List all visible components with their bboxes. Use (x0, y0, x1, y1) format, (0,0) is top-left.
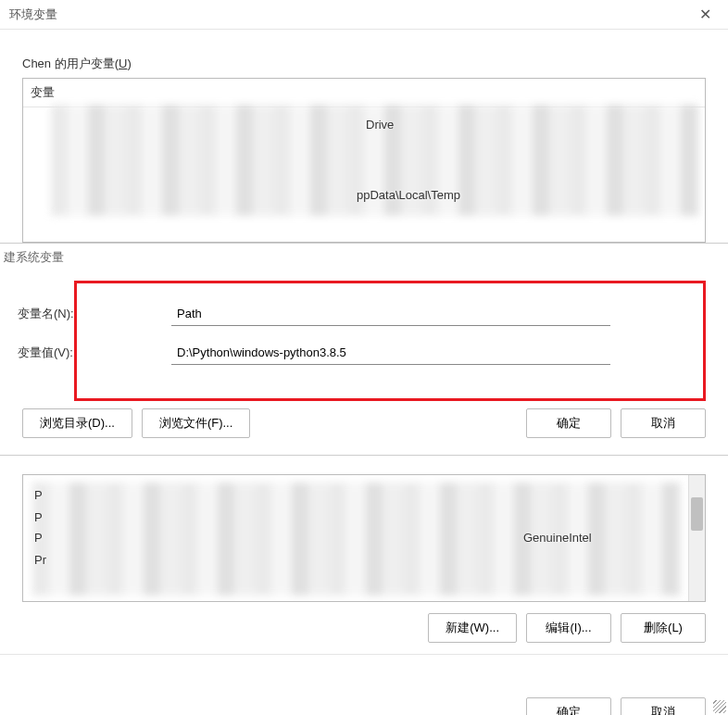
new-button[interactable]: 新建(W)... (428, 613, 517, 643)
dialog-title: 建系统变量 (0, 244, 728, 281)
partial-text: Pr (34, 553, 46, 567)
system-vars-table[interactable]: P P P GenuineIntel Pr (22, 474, 706, 602)
main-ok-button[interactable]: 确定 (526, 697, 611, 715)
resize-grip-icon[interactable] (713, 700, 726, 713)
main-button-row: 确定 取消 (0, 654, 728, 715)
variable-value-input[interactable] (171, 341, 610, 365)
partial-text: ppData\Local\Temp (357, 188, 460, 202)
delete-button[interactable]: 删除(L) (621, 613, 706, 643)
dialog-ok-button[interactable]: 确定 (526, 408, 611, 438)
scrollbar-thumb[interactable] (691, 497, 703, 531)
variable-name-input[interactable] (171, 302, 610, 326)
variable-name-label: 变量名(N): (14, 306, 79, 322)
partial-text: GenuineIntel (523, 531, 592, 545)
window-title: 环境变量 (9, 6, 57, 23)
main-cancel-button[interactable]: 取消 (621, 697, 706, 715)
system-vars-button-row: 新建(W)... 编辑(I)... 删除(L) (0, 602, 728, 643)
highlight-box: 变量名(N): 变量值(V): (74, 281, 706, 401)
user-vars-label: Chen 的用户变量(U) (22, 56, 728, 72)
partial-text: P (34, 488, 43, 502)
scrollbar[interactable] (688, 475, 705, 601)
browse-directory-button[interactable]: 浏览目录(D)... (22, 408, 132, 438)
dialog-cancel-button[interactable]: 取消 (621, 408, 706, 438)
close-icon[interactable]: ✕ (694, 4, 717, 25)
dialog-button-row: 浏览目录(D)... 浏览文件(F)... 确定 取消 (0, 401, 728, 445)
variable-name-row: 变量名(N): (14, 302, 618, 326)
partial-text: Drive (366, 118, 394, 132)
variable-value-row: 变量值(V): (14, 341, 618, 365)
user-vars-table[interactable]: 变量 Drive ppData\Local\Temp (22, 78, 706, 243)
edit-button[interactable]: 编辑(I)... (526, 613, 611, 643)
table-header-var: 变量 (23, 79, 705, 107)
partial-text: P (34, 510, 43, 524)
new-system-variable-dialog: 建系统变量 变量名(N): 变量值(V): 浏览目录(D)... 浏览文件(F)… (0, 243, 728, 456)
title-bar: 环境变量 ✕ (0, 0, 728, 30)
browse-file-button[interactable]: 浏览文件(F)... (142, 408, 250, 438)
partial-text: P (34, 531, 43, 545)
variable-value-label: 变量值(V): (14, 345, 79, 361)
